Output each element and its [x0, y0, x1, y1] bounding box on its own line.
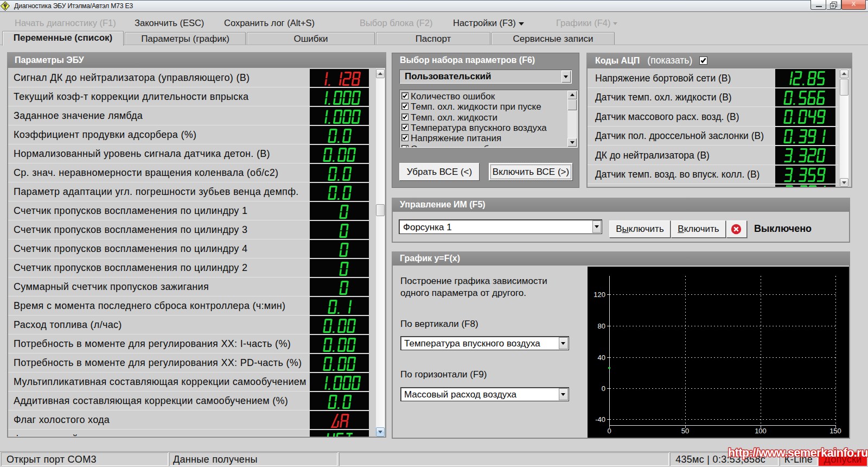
- svg-text:0: 0: [607, 427, 611, 435]
- svg-text:50: 50: [681, 427, 689, 435]
- svg-text:http://www.semerkainfo.ru: http://www.semerkainfo.ru: [728, 446, 868, 459]
- svg-text:80: 80: [598, 322, 605, 330]
- svg-text:0: 0: [602, 384, 605, 393]
- svg-text:100: 100: [755, 427, 767, 435]
- svg-text:40: 40: [598, 354, 605, 362]
- svg-text:120: 120: [593, 291, 605, 299]
- svg-text:150: 150: [829, 427, 841, 435]
- svg-text:-40: -40: [595, 415, 605, 424]
